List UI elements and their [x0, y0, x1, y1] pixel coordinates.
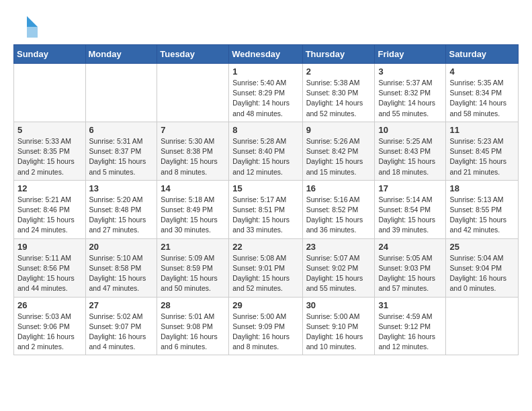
day-number: 11: [449, 125, 515, 135]
day-info: Sunrise: 5:04 AM Sunset: 9:04 PM Dayligh…: [449, 253, 515, 294]
calendar-cell: 13Sunrise: 5:20 AM Sunset: 8:48 PM Dayli…: [85, 180, 157, 238]
day-number: 18: [449, 183, 515, 193]
day-number: 6: [89, 125, 154, 135]
weekday-header-saturday: Saturday: [446, 45, 519, 64]
day-number: 23: [306, 242, 371, 252]
calendar-cell: 31Sunrise: 4:59 AM Sunset: 9:12 PM Dayli…: [375, 297, 446, 355]
calendar-cell: 21Sunrise: 5:09 AM Sunset: 8:59 PM Dayli…: [157, 238, 229, 297]
calendar-cell: 6Sunrise: 5:31 AM Sunset: 8:37 PM Daylig…: [85, 122, 157, 180]
day-info: Sunrise: 5:03 AM Sunset: 9:06 PM Dayligh…: [17, 312, 82, 353]
calendar-cell: 7Sunrise: 5:30 AM Sunset: 8:38 PM Daylig…: [157, 122, 229, 180]
day-info: Sunrise: 5:11 AM Sunset: 8:56 PM Dayligh…: [17, 253, 82, 294]
day-number: 27: [89, 300, 154, 310]
calendar-cell: [446, 297, 519, 355]
day-info: Sunrise: 5:17 AM Sunset: 8:51 PM Dayligh…: [232, 195, 298, 236]
day-info: Sunrise: 5:28 AM Sunset: 8:40 PM Dayligh…: [232, 136, 298, 177]
day-number: 13: [89, 183, 154, 193]
day-info: Sunrise: 5:30 AM Sunset: 8:38 PM Dayligh…: [161, 136, 225, 177]
day-info: Sunrise: 5:33 AM Sunset: 8:35 PM Dayligh…: [17, 136, 82, 177]
day-info: Sunrise: 5:38 AM Sunset: 8:30 PM Dayligh…: [306, 78, 371, 119]
day-number: 16: [306, 183, 371, 193]
day-number: 21: [161, 242, 225, 252]
logo-icon: [13, 13, 38, 38]
day-info: Sunrise: 5:02 AM Sunset: 9:07 PM Dayligh…: [89, 312, 154, 353]
calendar-cell: 8Sunrise: 5:28 AM Sunset: 8:40 PM Daylig…: [229, 122, 302, 180]
day-info: Sunrise: 5:40 AM Sunset: 8:29 PM Dayligh…: [232, 78, 298, 119]
calendar-cell: [157, 64, 229, 122]
day-info: Sunrise: 5:13 AM Sunset: 8:55 PM Dayligh…: [449, 195, 515, 236]
day-info: Sunrise: 5:00 AM Sunset: 9:10 PM Dayligh…: [306, 312, 371, 353]
day-info: Sunrise: 5:18 AM Sunset: 8:49 PM Dayligh…: [161, 195, 225, 236]
calendar-cell: 12Sunrise: 5:21 AM Sunset: 8:46 PM Dayli…: [14, 180, 86, 238]
day-info: Sunrise: 5:05 AM Sunset: 9:03 PM Dayligh…: [378, 253, 442, 294]
calendar-cell: 19Sunrise: 5:11 AM Sunset: 8:56 PM Dayli…: [14, 238, 86, 297]
calendar-cell: 30Sunrise: 5:00 AM Sunset: 9:10 PM Dayli…: [302, 297, 375, 355]
calendar-cell: 11Sunrise: 5:23 AM Sunset: 8:45 PM Dayli…: [446, 122, 519, 180]
calendar-cell: 10Sunrise: 5:25 AM Sunset: 8:43 PM Dayli…: [375, 122, 446, 180]
day-number: 17: [378, 183, 442, 193]
day-info: Sunrise: 5:00 AM Sunset: 9:09 PM Dayligh…: [232, 312, 298, 353]
day-number: 30: [306, 300, 371, 310]
day-info: Sunrise: 5:08 AM Sunset: 9:01 PM Dayligh…: [232, 253, 298, 294]
calendar-cell: 28Sunrise: 5:01 AM Sunset: 9:08 PM Dayli…: [157, 297, 229, 355]
calendar-cell: 9Sunrise: 5:26 AM Sunset: 8:42 PM Daylig…: [302, 122, 375, 180]
day-info: Sunrise: 4:59 AM Sunset: 9:12 PM Dayligh…: [378, 312, 442, 353]
svg-marker-2: [27, 27, 38, 38]
day-info: Sunrise: 5:01 AM Sunset: 9:08 PM Dayligh…: [161, 312, 225, 353]
day-number: 25: [449, 242, 515, 252]
calendar-cell: 24Sunrise: 5:05 AM Sunset: 9:03 PM Dayli…: [375, 238, 446, 297]
day-number: 1: [232, 66, 298, 77]
week-row-5: 26Sunrise: 5:03 AM Sunset: 9:06 PM Dayli…: [14, 297, 519, 355]
weekday-header-monday: Monday: [85, 45, 157, 64]
day-number: 31: [378, 300, 442, 310]
calendar-cell: 14Sunrise: 5:18 AM Sunset: 8:49 PM Dayli…: [157, 180, 229, 238]
day-info: Sunrise: 5:10 AM Sunset: 8:58 PM Dayligh…: [89, 253, 154, 294]
day-info: Sunrise: 5:20 AM Sunset: 8:48 PM Dayligh…: [89, 195, 154, 236]
day-number: 10: [378, 125, 442, 135]
logo: [13, 13, 40, 38]
calendar-cell: 3Sunrise: 5:37 AM Sunset: 8:32 PM Daylig…: [375, 64, 446, 122]
calendar-table: SundayMondayTuesdayWednesdayThursdayFrid…: [13, 44, 519, 355]
week-row-3: 12Sunrise: 5:21 AM Sunset: 8:46 PM Dayli…: [14, 180, 519, 238]
calendar-cell: 26Sunrise: 5:03 AM Sunset: 9:06 PM Dayli…: [14, 297, 86, 355]
calendar-cell: 1Sunrise: 5:40 AM Sunset: 8:29 PM Daylig…: [229, 64, 302, 122]
day-number: 3: [378, 66, 442, 77]
calendar-cell: [85, 64, 157, 122]
week-row-4: 19Sunrise: 5:11 AM Sunset: 8:56 PM Dayli…: [14, 238, 519, 297]
calendar-cell: 15Sunrise: 5:17 AM Sunset: 8:51 PM Dayli…: [229, 180, 302, 238]
day-info: Sunrise: 5:07 AM Sunset: 9:02 PM Dayligh…: [306, 253, 371, 294]
day-number: 20: [89, 242, 154, 252]
calendar-cell: 20Sunrise: 5:10 AM Sunset: 8:58 PM Dayli…: [85, 238, 157, 297]
day-number: 15: [232, 183, 298, 193]
day-info: Sunrise: 5:25 AM Sunset: 8:43 PM Dayligh…: [378, 136, 442, 177]
day-number: 19: [17, 242, 82, 252]
day-number: 14: [161, 183, 225, 193]
weekday-header-row: SundayMondayTuesdayWednesdayThursdayFrid…: [14, 45, 519, 64]
calendar-cell: 23Sunrise: 5:07 AM Sunset: 9:02 PM Dayli…: [302, 238, 375, 297]
day-number: 4: [449, 66, 515, 77]
day-number: 29: [232, 300, 298, 310]
week-row-2: 5Sunrise: 5:33 AM Sunset: 8:35 PM Daylig…: [14, 122, 519, 180]
weekday-header-wednesday: Wednesday: [229, 45, 302, 64]
calendar-cell: 18Sunrise: 5:13 AM Sunset: 8:55 PM Dayli…: [446, 180, 519, 238]
day-number: 22: [232, 242, 298, 252]
calendar-cell: 27Sunrise: 5:02 AM Sunset: 9:07 PM Dayli…: [85, 297, 157, 355]
calendar-body: 1Sunrise: 5:40 AM Sunset: 8:29 PM Daylig…: [14, 64, 519, 355]
weekday-header-friday: Friday: [375, 45, 446, 64]
day-number: 24: [378, 242, 442, 252]
day-info: Sunrise: 5:26 AM Sunset: 8:42 PM Dayligh…: [306, 136, 371, 177]
calendar-cell: 29Sunrise: 5:00 AM Sunset: 9:09 PM Dayli…: [229, 297, 302, 355]
day-number: 2: [306, 66, 371, 77]
day-info: Sunrise: 5:23 AM Sunset: 8:45 PM Dayligh…: [449, 136, 515, 177]
week-row-1: 1Sunrise: 5:40 AM Sunset: 8:29 PM Daylig…: [14, 64, 519, 122]
day-number: 7: [161, 125, 225, 135]
day-number: 9: [306, 125, 371, 135]
calendar-cell: [14, 64, 86, 122]
calendar-cell: 2Sunrise: 5:38 AM Sunset: 8:30 PM Daylig…: [302, 64, 375, 122]
day-info: Sunrise: 5:37 AM Sunset: 8:32 PM Dayligh…: [378, 78, 442, 119]
calendar-cell: 25Sunrise: 5:04 AM Sunset: 9:04 PM Dayli…: [446, 238, 519, 297]
calendar-cell: 4Sunrise: 5:35 AM Sunset: 8:34 PM Daylig…: [446, 64, 519, 122]
day-number: 5: [17, 125, 82, 135]
day-info: Sunrise: 5:16 AM Sunset: 8:52 PM Dayligh…: [306, 195, 371, 236]
page-header: [13, 13, 519, 38]
